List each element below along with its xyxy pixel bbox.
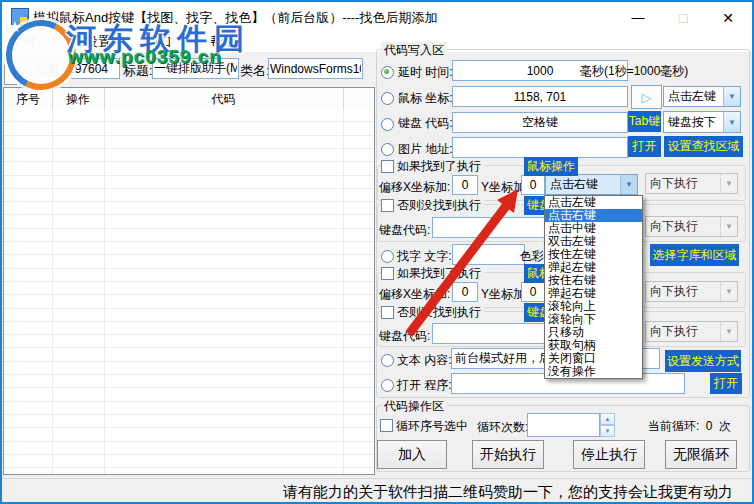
- program-open-button[interactable]: 打开: [710, 373, 742, 394]
- pick-coords-button[interactable]: ▷: [631, 85, 662, 109]
- status-bar: 请有能力的关于软件扫描二维码赞助一下，您的支持会让我更有动力: [2, 478, 752, 503]
- program-radio[interactable]: [381, 379, 394, 392]
- close-button[interactable]: ✕: [715, 8, 741, 27]
- handle-input[interactable]: [64, 58, 120, 79]
- image-radio[interactable]: [381, 143, 394, 156]
- chevron-down-icon: ▼: [720, 322, 737, 341]
- dropdown-option[interactable]: 关闭窗口: [545, 352, 642, 365]
- set-search-area-button[interactable]: 设置查找区域: [664, 136, 743, 157]
- chevron-down-icon: ▼: [620, 175, 637, 194]
- found-mouse-action-select-1[interactable]: 点击右键 ▼: [545, 174, 638, 195]
- delay-unit-label: 毫秒(1秒=1000毫秒): [580, 63, 688, 80]
- dropdown-option[interactable]: 获取句柄: [545, 339, 642, 352]
- spinner-up-icon[interactable]: ▲: [600, 413, 615, 425]
- stop-button[interactable]: 停止执行: [573, 440, 645, 469]
- mouse-radio[interactable]: [381, 92, 394, 105]
- mouse-op-tag-1: 鼠标操作: [524, 157, 578, 176]
- if-found-checkbox-2[interactable]: [381, 267, 394, 280]
- column-header-index[interactable]: 序号: [4, 91, 52, 108]
- dropdown-option[interactable]: 点击中键: [545, 222, 642, 235]
- offset-x-input-1[interactable]: [452, 175, 478, 195]
- delay-label: 延时 时间:: [398, 64, 453, 81]
- pick-handle-button[interactable]: ⊕: [4, 57, 34, 85]
- program-label: 打开 程序:: [397, 377, 452, 394]
- mouse-action-select[interactable]: 点击左键 ▼: [663, 86, 741, 107]
- column-header-code[interactable]: 代码: [104, 91, 343, 108]
- crosshair-icon: ⊕: [11, 62, 27, 81]
- dropdown-option[interactable]: 按住左键: [545, 248, 642, 261]
- flow-select-2[interactable]: 向下执行 ▼: [645, 216, 738, 237]
- spinner-down-icon[interactable]: ▼: [600, 425, 615, 437]
- dropdown-option[interactable]: 滚轮向上: [545, 300, 642, 313]
- keyboard-action-select[interactable]: 键盘按下 ▼: [663, 111, 741, 133]
- text-label: 文本 内容:: [397, 352, 452, 369]
- title-bar: 模拟鼠标And按键【找图、找字、找色】（前后台版）----找色后期添加 — □ …: [2, 2, 752, 30]
- infinite-loop-button[interactable]: 无限循环: [665, 440, 737, 469]
- dropdown-option[interactable]: 只移动: [545, 326, 642, 339]
- menu-file[interactable]: 文件: [8, 33, 40, 51]
- menu-settings[interactable]: 设置: [82, 33, 114, 51]
- window-title: 模拟鼠标And按键【找图、找字、找色】（前后台版）----找色后期添加: [33, 9, 437, 27]
- offset-x-input-2[interactable]: [452, 282, 478, 302]
- dropdown-option-selected[interactable]: 点击右键: [545, 209, 642, 222]
- chevron-down-icon: ▼: [720, 217, 737, 236]
- start-button[interactable]: 开始执行: [472, 440, 544, 469]
- if-found-checkbox-1[interactable]: [381, 160, 394, 173]
- dropdown-option[interactable]: 滚轮向下: [545, 313, 642, 326]
- color-label: 色彩: [520, 248, 544, 265]
- dropdown-option[interactable]: 弹起左键: [545, 261, 642, 274]
- offset-x-label-1: 偏移X坐标加:: [379, 179, 450, 196]
- loop-select-label: 循环序号选中: [396, 418, 468, 435]
- if-found-label-2: 如果找到了执行: [394, 265, 484, 282]
- current-loop-value: 0: [703, 419, 716, 433]
- select-font-area-button[interactable]: 选择字库和区域: [650, 244, 739, 266]
- maximize-button[interactable]: □: [670, 8, 696, 27]
- tab-key-button[interactable]: Tab键: [628, 111, 661, 132]
- find-text-label: 找字 文字:: [397, 248, 452, 265]
- keyboard-label: 键盘 代码:: [398, 115, 453, 132]
- window-title-input[interactable]: [152, 58, 239, 79]
- minimize-button[interactable]: —: [625, 8, 651, 27]
- task-table: 序号 操作 代码: [3, 87, 375, 475]
- chevron-down-icon: ▼: [720, 282, 737, 301]
- image-path-input[interactable]: [452, 137, 628, 158]
- add-button[interactable]: 加入: [377, 440, 447, 469]
- mouse-coords-input[interactable]: [452, 86, 628, 107]
- dropdown-option[interactable]: 按住右键: [545, 274, 642, 287]
- loop-count-label: 循环次数:: [477, 419, 528, 436]
- dropdown-option[interactable]: 弹起右键: [545, 287, 642, 300]
- flow-select-3[interactable]: 向下执行 ▼: [645, 281, 738, 302]
- column-header-operation[interactable]: 操作: [52, 91, 104, 108]
- current-loop-label: 当前循环: 0 次: [648, 418, 731, 435]
- offset-y-input-2[interactable]: [521, 282, 545, 302]
- offset-y-input-1[interactable]: [521, 175, 545, 195]
- not-found-checkbox-1[interactable]: [381, 199, 394, 212]
- image-open-button[interactable]: 打开: [628, 136, 661, 157]
- dropdown-option[interactable]: 点击左键: [545, 196, 642, 209]
- task-list-body[interactable]: [4, 109, 374, 474]
- flow-select-1[interactable]: 向下执行 ▼: [645, 173, 738, 194]
- delay-radio[interactable]: [381, 66, 394, 79]
- code-operation-group-label: 代码操作区: [381, 398, 447, 415]
- dropdown-option[interactable]: 没有操作: [545, 365, 642, 378]
- loop-count-spinner[interactable]: ▲ ▼: [600, 413, 615, 437]
- loop-select-checkbox[interactable]: [380, 419, 393, 432]
- find-text-input[interactable]: [452, 244, 525, 265]
- class-name-label: 类名:: [240, 62, 270, 80]
- app-window: 模拟鼠标And按键【找图、找字、找色】（前后台版）----找色后期添加 — □ …: [0, 0, 754, 504]
- text-radio[interactable]: [381, 354, 394, 367]
- menu-help[interactable]: 帮助: [207, 33, 239, 51]
- menu-window[interactable]: 窗口: [143, 33, 175, 51]
- mouse-label: 鼠标 坐标:: [398, 90, 453, 107]
- not-found-label-1: 否则没找到执行: [394, 197, 484, 214]
- class-name-input[interactable]: [268, 58, 363, 79]
- keyboard-code-input[interactable]: [452, 112, 628, 133]
- find-text-radio[interactable]: [381, 250, 394, 263]
- keyboard-radio[interactable]: [381, 118, 394, 131]
- mouse-action-dropdown-list: 点击左键 点击右键 点击中键 双击左键 按住左键 弹起左键 按住右键 弹起右键 …: [544, 195, 643, 379]
- set-send-mode-button[interactable]: 设置发送方式: [665, 350, 741, 372]
- dropdown-option[interactable]: 双击左键: [545, 235, 642, 248]
- flow-select-4[interactable]: 向下执行 ▼: [645, 321, 738, 342]
- loop-count-input[interactable]: [527, 413, 600, 437]
- not-found-checkbox-2[interactable]: [381, 306, 394, 319]
